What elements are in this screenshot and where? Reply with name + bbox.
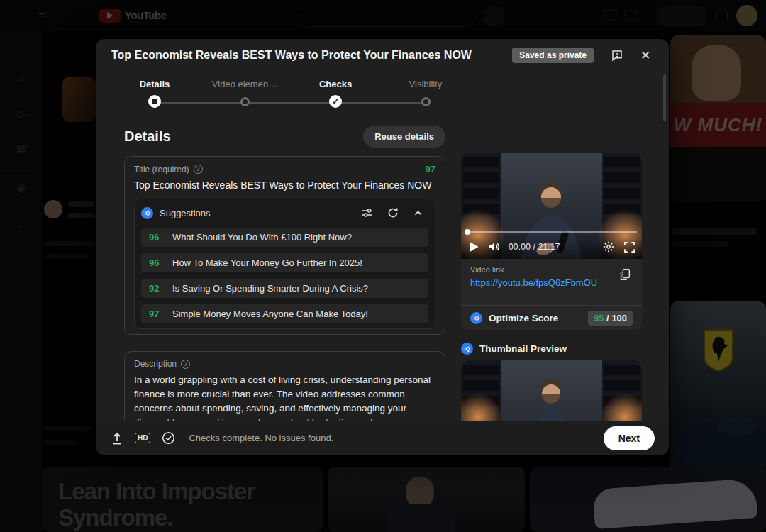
stepper-step-label: Video elemen… — [212, 79, 277, 89]
stepper: Details Video elemen… Checks ✓ Visibilit… — [96, 79, 493, 116]
suggestion-text: How To Make Your Money Go Further In 202… — [172, 257, 362, 268]
optimize-score-value: 95 / 100 — [588, 311, 633, 326]
thumbnail-frame — [461, 360, 642, 421]
upload-status-icon — [110, 431, 124, 445]
help-icon[interactable]: ? — [181, 360, 190, 369]
video-link-section: Video link https://youtu.be/fpsQ6zFbmOU — [461, 259, 642, 306]
stepper-step-videoelemen[interactable]: Video elemen… — [199, 79, 291, 109]
video-link-label: Video link — [470, 265, 633, 274]
suggestion-item[interactable]: 96 What Should You Do With £100 Right No… — [141, 228, 428, 247]
suggestion-text: Simple Money Moves Anyone Can Make Today… — [172, 309, 368, 319]
saved-status-badge: Saved as private — [512, 48, 594, 63]
help-icon[interactable]: ? — [194, 165, 203, 174]
thumbnail-preview-image — [461, 360, 642, 421]
title-input[interactable]: Top Economist Reveals BEST Ways to Prote… — [134, 179, 435, 191]
suggestion-item[interactable]: 92 Is Saving Or Spending Smarter During … — [141, 279, 428, 298]
feedback-icon[interactable] — [609, 48, 625, 63]
optimize-score-label: Optimize Score — [489, 313, 588, 323]
stepper-step-dot — [240, 97, 250, 106]
title-field-card[interactable]: Title (required) ? 97 Top Economist Reve… — [124, 156, 445, 335]
checks-complete-icon — [161, 431, 175, 445]
video-link-url[interactable]: https://youtu.be/fpsQ6zFbmOU — [470, 277, 633, 288]
description-field-card[interactable]: Description ? In a world grappling with … — [124, 351, 445, 431]
dialog-header: Top Economist Reveals BEST Ways to Prote… — [96, 39, 669, 72]
suggestions-header: Suggestions — [160, 208, 361, 218]
stepper-step-visibility[interactable]: Visibility — [379, 79, 472, 109]
suggestions-panel: iQ Suggestions — [134, 199, 435, 329]
optimize-score-row: iQ Optimize Score 95 / 100 — [461, 306, 642, 330]
video-player[interactable]: 00:00 / 21:17 — [461, 153, 642, 259]
copy-icon[interactable] — [618, 267, 633, 283]
vidiq-icon: iQ — [461, 343, 473, 355]
tune-icon[interactable] — [361, 207, 373, 219]
media-card: 00:00 / 21:17 Video link https://youtu.b… — [461, 153, 642, 330]
suggestion-score: 96 — [149, 257, 162, 268]
dialog-scrollbar[interactable] — [663, 74, 666, 121]
details-section-header: Details Reuse details — [124, 126, 445, 148]
suggestion-score: 92 — [149, 283, 162, 294]
vidiq-icon: iQ — [470, 312, 482, 324]
stepper-step-dot: ✓ — [329, 95, 342, 108]
collapse-icon[interactable] — [412, 207, 424, 219]
suggestion-item[interactable]: 97 Simple Money Moves Anyone Can Make To… — [141, 304, 428, 323]
reuse-details-button[interactable]: Reuse details — [363, 126, 445, 148]
fullscreen-icon[interactable] — [623, 240, 635, 253]
volume-icon[interactable] — [488, 240, 501, 253]
progress-knob[interactable] — [465, 229, 470, 235]
player-controls: 00:00 / 21:17 — [461, 235, 642, 259]
section-title: Details — [124, 128, 171, 145]
stepper-step-label: Visibility — [409, 79, 443, 89]
suggestion-score: 97 — [149, 309, 162, 319]
description-field-label: Description — [134, 359, 177, 369]
thumbnail-preview-label: Thumbnail Preview — [479, 343, 567, 354]
checks-status-text: Checks complete. No issues found. — [189, 433, 592, 443]
dialog-footer: HD Checks complete. No issues found. Nex… — [96, 421, 669, 455]
play-icon[interactable] — [467, 240, 480, 253]
stepper-step-label: Checks — [319, 79, 352, 89]
stepper-step-dot — [148, 95, 161, 108]
vidiq-icon: iQ — [141, 207, 153, 219]
title-score: 97 — [426, 164, 435, 174]
stepper-step-label: Details — [140, 79, 170, 89]
suggestion-text: Is Saving Or Spending Smarter During A C… — [172, 283, 368, 294]
settings-gear-icon[interactable] — [602, 240, 615, 253]
dialog-title: Top Economist Reveals BEST Ways to Prote… — [111, 49, 512, 62]
hd-status-icon: HD — [135, 433, 150, 443]
suggestion-item[interactable]: 96 How To Make Your Money Go Further In … — [141, 253, 428, 272]
upload-details-dialog: Top Economist Reveals BEST Ways to Prote… — [96, 39, 669, 455]
next-button[interactable]: Next — [604, 426, 655, 450]
stepper-step-dot — [421, 97, 431, 106]
suggestion-score: 96 — [149, 232, 162, 243]
thumbnail-preview-header: iQ Thumbnail Preview — [461, 343, 642, 355]
progress-bar[interactable] — [466, 231, 637, 233]
time-display: 00:00 / 21:17 — [509, 242, 560, 252]
stepper-step-details[interactable]: Details — [109, 79, 201, 109]
refresh-icon[interactable] — [387, 207, 399, 219]
suggestion-text: What Should You Do With £100 Right Now? — [172, 232, 352, 243]
close-icon[interactable]: ✕ — [638, 48, 653, 63]
title-field-label: Title (required) — [134, 165, 189, 174]
stepper-step-checks[interactable]: Checks ✓ — [289, 79, 382, 109]
suggestions-list: 96 What Should You Do With £100 Right No… — [141, 228, 428, 323]
